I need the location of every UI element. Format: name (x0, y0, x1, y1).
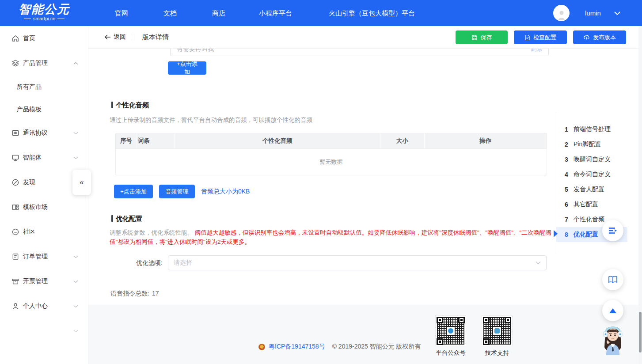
sidebar-collapse-button[interactable]: « (72, 170, 91, 195)
step-item-1[interactable]: 1前端信号处理 (556, 122, 627, 137)
table-empty-row: 暂无数据 (116, 148, 547, 175)
sidebar-item-invoicing[interactable]: 开票管理 (0, 269, 88, 294)
col-header-word: 词条 (137, 133, 175, 148)
brand-title: 智能公元 (19, 3, 70, 15)
docs-help-button[interactable] (602, 269, 623, 290)
sidebar-item-protocol[interactable]: 通讯协议 (0, 121, 88, 145)
back-to-top-button[interactable] (602, 300, 623, 321)
sidebar-item-community[interactable]: 社区 (0, 220, 88, 244)
layers-icon (11, 59, 19, 67)
chevron-down-icon (73, 132, 78, 135)
personal-audio-table: 序号 词条 个性化音频 大小 操作 暂无数据 (115, 133, 547, 175)
audio-section-title: 个性化音频 (111, 101, 149, 109)
page-footer: 粤ICP备19147158号 © 2019-2025 智能公元 版权所有 平台公… (88, 305, 642, 364)
step-item-6[interactable]: 6其它配置 (556, 197, 627, 212)
police-badge-icon (258, 344, 265, 350)
monitor-icon (11, 154, 19, 162)
optimize-option-select[interactable]: 请选择 (168, 255, 547, 270)
open-book-icon (608, 276, 618, 284)
sidebar-item-home[interactable]: 首页 (0, 26, 88, 51)
audio-section-desc: 通过上传录制的音频文件，替代平台自动合成的音频，可以播放个性化的音频 (110, 116, 312, 124)
arrow-up-icon (609, 308, 616, 313)
chevron-down-icon (536, 261, 541, 265)
arrow-left-icon (104, 34, 111, 40)
nav-item-official[interactable]: 官网 (115, 0, 128, 26)
save-button[interactable]: 保存 (456, 30, 508, 44)
col-header-audio: 个性化音频 (175, 133, 380, 148)
active-step-pointer-icon (554, 230, 558, 237)
chevron-down-icon (73, 305, 78, 308)
empty-state-text: 暂无数据 (320, 158, 343, 166)
avatar[interactable] (553, 5, 570, 21)
nav-item-docs[interactable]: 文档 (163, 0, 177, 26)
chevron-up-icon (73, 62, 78, 65)
copyright-text: © 2019-2025 智能公元 版权所有 (332, 343, 421, 351)
person-icon (556, 9, 567, 20)
sidebar-item-agent[interactable]: 智能体 (0, 145, 88, 170)
user-icon (11, 302, 19, 310)
step-item-4[interactable]: 4命令词自定义 (556, 167, 627, 182)
audio-manage-button[interactable]: 音频管理 (159, 185, 195, 198)
chevron-down-icon[interactable] (614, 11, 620, 15)
optimize-section-desc: 调整系统参数，优化系统性能。 阈值越大越敏感，但误识别率也会增高，未设置时自动取… (110, 228, 552, 246)
main-area: 返回 版本详情 保存 检查配置 发布版本 有需要再叫我 删除 +点击添加 个性化… (88, 26, 642, 364)
document-check-icon (524, 34, 530, 41)
optimize-option-label: 优化选项: (128, 255, 163, 270)
protocol-icon (11, 129, 19, 137)
chevron-down-icon (73, 330, 78, 333)
assistant-mascot[interactable] (597, 322, 628, 355)
home-icon (11, 34, 19, 42)
cloud-upload-icon (583, 34, 590, 40)
page-scrollbar-thumb[interactable] (639, 312, 642, 353)
divider (134, 34, 134, 41)
col-header-size: 大小 (380, 133, 425, 148)
order-icon (11, 253, 19, 261)
col-header-index: 序号 (116, 133, 137, 148)
step-item-2[interactable]: 2Pin脚配置 (556, 137, 627, 152)
col-header-actions: 操作 (425, 133, 547, 148)
voice-command-count: 17 (152, 290, 159, 297)
collapse-icon: « (80, 178, 84, 187)
chevron-down-icon (73, 255, 78, 258)
sidebar-item-extra[interactable] (0, 318, 88, 343)
icp-link[interactable]: 粤ICP备19147158号 (269, 343, 325, 351)
qr-logo-icon (493, 327, 501, 335)
sidebar-item-products[interactable]: 产品管理 (0, 51, 88, 76)
qr-code-tech-support (482, 315, 513, 346)
check-config-button[interactable]: 检查配置 (514, 30, 567, 44)
step-item-3[interactable]: 3唤醒词自定义 (556, 152, 627, 167)
qr-code-official-account (435, 315, 466, 346)
chevron-down-icon (73, 156, 78, 159)
nav-item-volcengine[interactable]: 火山引擎（豆包大模型）平台 (329, 0, 415, 26)
sidebar-item-template-market[interactable]: 模板市场 (0, 195, 88, 220)
toc-toggle-button[interactable] (602, 220, 623, 241)
voice-command-total: 语音指令总数:17 (110, 290, 159, 298)
publish-version-button[interactable]: 发布版本 (573, 30, 626, 44)
back-button[interactable]: 返回 (104, 33, 126, 41)
step-item-5[interactable]: 5发音人配置 (556, 182, 627, 197)
sidebar-item-product-templates[interactable]: 产品模板 (0, 98, 88, 121)
page-header: 返回 版本详情 保存 检查配置 发布版本 (88, 26, 642, 49)
qr2-label: 技术支持 (477, 349, 517, 357)
brand-logo[interactable]: 智能公元 smartpi.cn (19, 3, 70, 22)
list-arrow-icon (608, 227, 618, 234)
compass-icon (11, 178, 19, 186)
brand-subtitle: smartpi.cn (19, 15, 70, 22)
invoice-icon (11, 277, 19, 285)
nav-item-store[interactable]: 商店 (212, 0, 225, 26)
nav-item-miniprogram[interactable]: 小程序平台 (259, 0, 292, 26)
add-item-button-top[interactable]: +点击添加 (168, 61, 206, 75)
save-icon (471, 34, 478, 41)
smile-icon (11, 228, 19, 236)
optimize-section-title: 优化配置 (111, 215, 142, 222)
table-header-row: 序号 词条 个性化音频 大小 操作 (116, 133, 547, 148)
audio-total-size[interactable]: 音频总大小为0KB (201, 185, 250, 198)
optimize-desc-gray: 调整系统参数，优化系统性能。 (110, 229, 193, 236)
sidebar-item-account[interactable]: 个人中心 (0, 294, 88, 318)
chevron-down-icon (73, 280, 78, 283)
sidebar-item-all-products[interactable]: 所有产品 (0, 76, 88, 98)
add-audio-button[interactable]: +点击添加 (114, 185, 153, 198)
sidebar-item-orders[interactable]: 订单管理 (0, 244, 88, 269)
username[interactable]: lumin (585, 0, 601, 26)
template-icon (11, 203, 19, 211)
